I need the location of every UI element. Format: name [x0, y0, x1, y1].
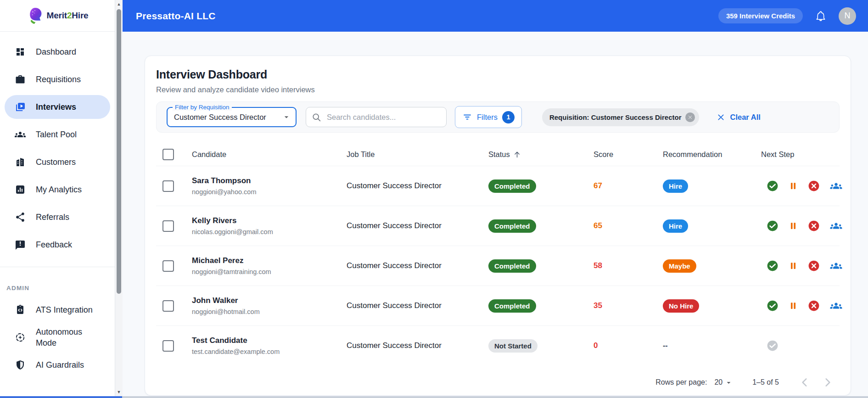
notifications-bell-icon[interactable] [815, 10, 827, 22]
sidebar-item-customers[interactable]: Customers [5, 150, 110, 174]
recommendation-badge: Hire [663, 179, 688, 193]
logo-wordmark: Merit2Hire [47, 11, 89, 21]
next-step-actions [761, 260, 843, 272]
column-header-score: Score [594, 150, 663, 159]
chip-remove-icon[interactable] [685, 112, 695, 122]
sidebar-item-feedback[interactable]: Feedback [5, 233, 110, 257]
sidebar-item-referrals[interactable]: Referrals [5, 205, 110, 229]
candidate-email: nicolas.oggioni@gmail.com [192, 228, 347, 235]
cancel-icon[interactable] [808, 300, 820, 312]
active-filter-chip[interactable]: Requisition: Customer Success Director [542, 108, 699, 126]
filter-list-icon [462, 112, 472, 122]
sidebar-item-label: Referrals [36, 212, 69, 223]
check-circle-icon[interactable] [767, 220, 778, 232]
sort-ascending-icon [513, 150, 521, 159]
groups-icon[interactable] [829, 260, 843, 272]
previous-page-button[interactable] [798, 376, 811, 389]
candidate-name: John Walker [192, 296, 347, 305]
row-checkbox[interactable] [162, 260, 174, 272]
row-checkbox[interactable] [162, 220, 174, 232]
sidebar-item-label: Talent Pool [36, 129, 77, 140]
job-title: Customer Success Director [347, 301, 488, 310]
clear-all-button[interactable]: Clear All [717, 113, 761, 122]
cancel-icon[interactable] [808, 220, 820, 232]
sidebar-item-label: ATS Integration [36, 304, 93, 315]
sidebar-item-label: Autonomous Mode [36, 326, 96, 349]
sidebar: Merit2Hire Dashboard Requisitions Interv… [0, 0, 115, 396]
sidebar-item-interviews[interactable]: Interviews [5, 95, 110, 119]
sidebar-item-dashboard[interactable]: Dashboard [5, 40, 110, 64]
sidebar-item-ats-integration[interactable]: ATS Integration [5, 298, 110, 322]
check-circle-icon[interactable] [767, 260, 778, 272]
next-page-button[interactable] [821, 376, 834, 389]
check-circle-icon[interactable] [767, 180, 778, 192]
window-bottom-edge-right [122, 396, 868, 398]
rows-per-page-label: Rows per page: [655, 378, 707, 387]
groups-icon [15, 129, 26, 140]
scrollbar-down-arrow[interactable]: ▼ [115, 388, 123, 396]
groups-icon[interactable] [829, 220, 843, 232]
job-title: Customer Success Director [347, 181, 488, 191]
column-header-status[interactable]: Status [488, 150, 594, 159]
main-content: Interview Dashboard Review and analyze c… [122, 32, 868, 396]
building-icon [15, 157, 26, 168]
recommendation-empty: -- [663, 342, 668, 349]
score-value: 67 [594, 181, 663, 191]
pause-icon[interactable] [788, 260, 798, 272]
candidate-name: Michael Perez [192, 256, 347, 265]
table-row[interactable]: Sara Thompson noggioni@yahoo.com Custome… [156, 166, 840, 206]
table-row[interactable]: Michael Perez noggioni@tamtraining.com C… [156, 246, 840, 286]
groups-icon[interactable] [829, 180, 843, 192]
scrollbar-thumb[interactable] [117, 9, 121, 294]
logo: Merit2Hire [0, 0, 115, 32]
table-row[interactable]: John Walker noggioni@hotmail.com Custome… [156, 286, 840, 325]
scrollbar-up-arrow[interactable]: ▲ [115, 0, 123, 8]
table-row[interactable]: Kelly Rivers nicolas.oggioni@gmail.com C… [156, 206, 840, 246]
sidebar-nav: Dashboard Requisitions Interviews Talent… [0, 32, 115, 257]
filters-button[interactable]: Filters 1 [455, 106, 522, 128]
page-subtitle: Review and analyze candidate video inter… [156, 85, 840, 94]
cancel-icon[interactable] [808, 260, 820, 272]
sidebar-item-talent-pool[interactable]: Talent Pool [5, 123, 110, 146]
pause-icon[interactable] [788, 300, 798, 312]
status-badge: Not Started [488, 339, 538, 353]
requisition-filter-value: Customer Success Director [174, 113, 282, 122]
search-input[interactable] [326, 112, 441, 122]
window-bottom-edge-left [0, 396, 122, 398]
check-circle-icon[interactable] [767, 300, 778, 312]
candidate-name: Kelly Rivers [192, 216, 347, 225]
score-value: 0 [594, 341, 663, 350]
candidate-email: noggioni@hotmail.com [192, 308, 347, 315]
groups-icon[interactable] [829, 300, 843, 312]
cancel-icon[interactable] [808, 180, 820, 192]
candidate-name: Sara Thompson [192, 176, 347, 185]
sidebar-item-autonomous-mode[interactable]: Autonomous Mode [5, 325, 110, 349]
sidebar-item-my-analytics[interactable]: My Analytics [5, 178, 110, 202]
filter-bar: Filter by Requisition Customer Success D… [156, 101, 840, 133]
requisition-filter-select[interactable]: Filter by Requisition Customer Success D… [167, 107, 297, 127]
row-checkbox[interactable] [162, 180, 174, 192]
rows-per-page-select[interactable]: 20 [714, 378, 733, 387]
status-badge: Completed [488, 179, 536, 193]
pause-icon[interactable] [788, 220, 798, 232]
column-header-next-step: Next Step [761, 150, 840, 159]
select-all-checkbox[interactable] [162, 149, 174, 160]
shield-icon [15, 359, 26, 370]
user-avatar[interactable]: N [839, 7, 856, 25]
pause-icon[interactable] [788, 180, 798, 192]
sidebar-item-requisitions[interactable]: Requisitions [5, 67, 110, 91]
topbar: Pressatto-AI LLC 359 Interview Credits N [122, 0, 868, 32]
next-step-actions [761, 220, 843, 232]
status-badge: Completed [488, 259, 536, 273]
table-row[interactable]: Test Candidate test.candidate@example.co… [156, 325, 840, 365]
sidebar-item-ai-guardrails[interactable]: AI Guardrails [5, 353, 110, 377]
row-checkbox[interactable] [162, 300, 174, 312]
recommendation-badge: Hire [663, 219, 688, 233]
candidate-email: test.candidate@example.com [192, 348, 347, 355]
row-checkbox[interactable] [162, 340, 174, 352]
column-header-candidate: Candidate [192, 150, 347, 159]
search-icon [312, 112, 321, 122]
clear-all-label: Clear All [730, 113, 761, 122]
active-filter-chip-label: Requisition: Customer Success Director [549, 113, 682, 121]
sidebar-scrollbar[interactable]: ▲ ▼ [115, 0, 123, 396]
